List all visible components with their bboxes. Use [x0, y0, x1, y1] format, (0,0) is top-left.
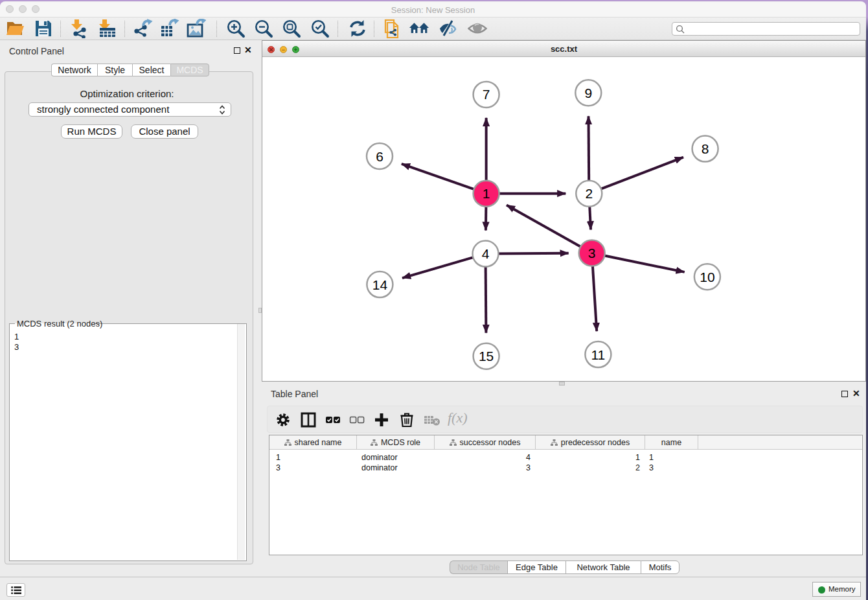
- svg-text:11: 11: [591, 347, 605, 362]
- svg-text:8: 8: [702, 141, 709, 156]
- svg-text:7: 7: [483, 87, 490, 102]
- svg-text:3: 3: [588, 246, 596, 260]
- svg-text:2: 2: [585, 186, 593, 201]
- svg-text:9: 9: [584, 86, 592, 100]
- svg-text:6: 6: [376, 149, 383, 164]
- svg-text:4: 4: [482, 246, 490, 261]
- svg-text:15: 15: [479, 349, 494, 363]
- svg-text:1: 1: [483, 186, 490, 201]
- svg-text:10: 10: [700, 270, 714, 284]
- svg-text:14: 14: [372, 277, 388, 292]
